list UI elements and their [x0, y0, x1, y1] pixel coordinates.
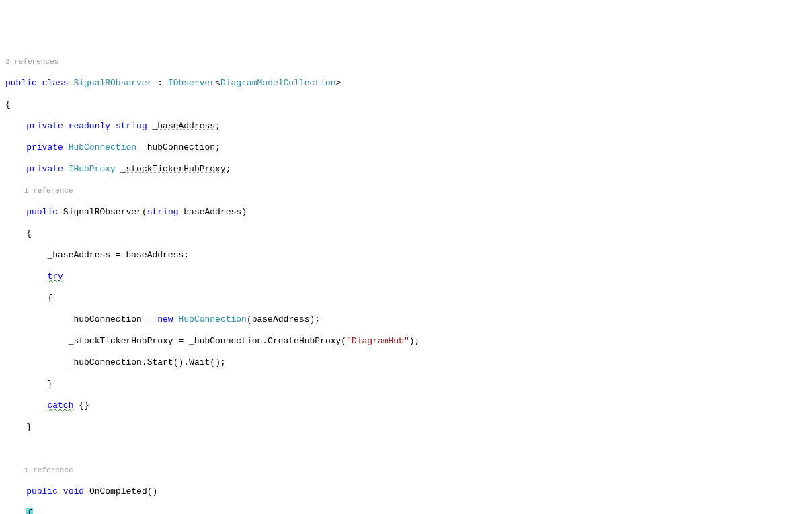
code-line: { — [5, 293, 812, 304]
type-name: DiagramModelCollection — [220, 78, 336, 88]
keyword-void: void — [63, 486, 84, 497]
keyword-private: private — [26, 142, 63, 153]
codelens-reference[interactable]: 2 references — [5, 56, 812, 67]
code-line: { — [5, 228, 812, 239]
codelens-reference[interactable]: 1 reference — [5, 465, 812, 476]
keyword-try: try — [47, 271, 63, 282]
code-line: public SignalRObserver(string baseAddres… — [5, 207, 812, 218]
code-line: catch {} — [5, 400, 812, 411]
field-ref: _hubConnection — [69, 357, 142, 368]
type-name: HubConnection — [69, 142, 136, 153]
keyword-public: public — [26, 486, 58, 497]
type-name: HubConnection — [178, 314, 246, 325]
code-line: public class SignalRObserver : IObserver… — [5, 78, 812, 89]
keyword-string: string — [116, 121, 147, 131]
field-name: _hubConnection — [142, 142, 215, 153]
field-ref: _baseAddress — [47, 250, 110, 260]
keyword-string: string — [147, 207, 179, 217]
keyword-private: private — [26, 121, 63, 131]
code-line: _stockTickerHubProxy = _hubConnection.Cr… — [5, 336, 812, 347]
keyword-class: class — [42, 78, 69, 88]
blank-line — [5, 443, 812, 454]
code-line: { — [5, 99, 812, 110]
code-line: private readonly string _baseAddress; — [5, 121, 812, 132]
code-line: public void OnCompleted() — [5, 486, 812, 497]
identifier: baseAddress — [252, 314, 310, 325]
field-name: _stockTickerHubProxy — [121, 164, 226, 174]
keyword-public: public — [26, 207, 58, 217]
field-ref: _hubConnection — [69, 314, 142, 325]
code-line: _hubConnection = new HubConnection(baseA… — [5, 314, 812, 325]
keyword-public: public — [5, 78, 37, 88]
keyword-readonly: readonly — [69, 121, 110, 131]
type-name: IObserver — [168, 78, 215, 88]
code-line: private HubConnection _hubConnection; — [5, 142, 812, 153]
code-line: { — [5, 508, 812, 514]
field-ref: _stockTickerHubProxy — [69, 336, 173, 346]
identifier: Wait — [189, 357, 210, 368]
field-name: _baseAddress — [153, 121, 216, 131]
code-line: private IHubProxy _stockTickerHubProxy; — [5, 164, 812, 175]
string-literal: "DiagramHub" — [346, 336, 409, 346]
type-name: SignalRObserver — [73, 78, 152, 88]
method-name: SignalRObserver — [63, 207, 142, 217]
codelens-reference[interactable]: 1 reference — [5, 185, 812, 196]
param-name: baseAddress — [184, 207, 241, 217]
keyword-new: new — [157, 314, 173, 325]
matching-brace-open: { — [26, 508, 33, 514]
method-name: OnCompleted — [89, 486, 147, 497]
type-name: IHubProxy — [69, 164, 116, 174]
code-line: try — [5, 271, 812, 282]
code-line: _hubConnection.Start().Wait(); — [5, 357, 812, 368]
code-editor[interactable]: 2 references public class SignalRObserve… — [0, 43, 812, 514]
code-line: _baseAddress = baseAddress; — [5, 250, 812, 261]
identifier: CreateHubProxy — [268, 336, 341, 346]
keyword-private: private — [26, 164, 63, 174]
field-ref: _hubConnection — [189, 336, 262, 346]
code-line: } — [5, 422, 812, 433]
identifier: Start — [147, 357, 173, 368]
identifier: baseAddress — [126, 250, 184, 260]
code-line: } — [5, 379, 812, 390]
keyword-catch: catch — [47, 400, 73, 411]
